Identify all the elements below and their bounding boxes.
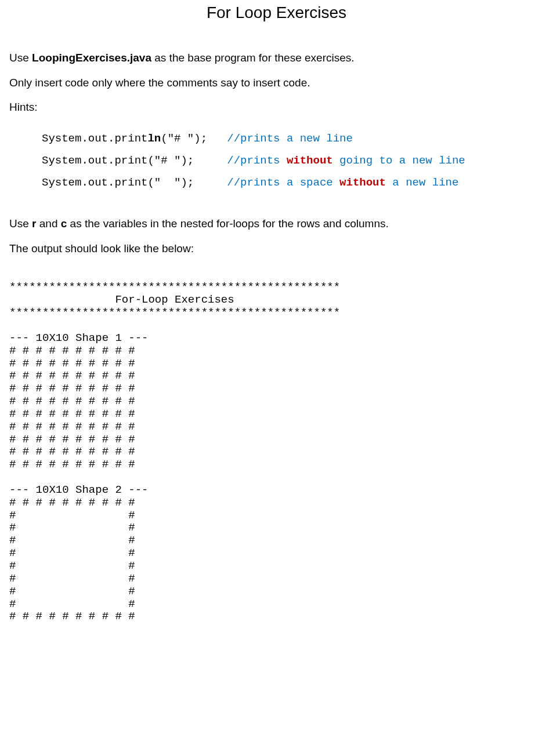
text-segment: Use xyxy=(9,52,32,64)
code-bold: ln xyxy=(147,132,161,145)
code-text: System.out.print xyxy=(42,132,147,145)
variables-paragraph: Use r and c as the variables in the nest… xyxy=(9,217,544,231)
output-block: ****************************************… xyxy=(9,281,544,623)
intro-paragraph-1: Use LoopingExercises.java as the base pr… xyxy=(9,51,544,66)
code-comment: //prints a new line xyxy=(227,132,353,145)
output-intro: The output should look like the below: xyxy=(9,242,544,256)
code-hints-block: System.out.println("# "); //prints a new… xyxy=(42,128,544,194)
code-comment: //prints a space xyxy=(227,176,339,189)
code-comment: going to a new line xyxy=(333,154,465,167)
code-text: System.out.print("# "); xyxy=(42,154,227,167)
code-comment: a new line xyxy=(386,176,458,189)
text-segment: Use xyxy=(9,217,32,230)
filename-bold: LoopingExercises.java xyxy=(32,52,151,64)
text-segment: as the base program for these exercises. xyxy=(151,52,355,64)
code-comment: //prints xyxy=(227,154,287,167)
intro-paragraph-2: Only insert code only where the comments… xyxy=(9,76,544,90)
page-title: For Loop Exercises xyxy=(9,3,544,22)
code-text: ("# "); xyxy=(161,132,227,145)
code-keyword: without xyxy=(287,154,333,167)
code-text: System.out.print(" "); xyxy=(42,176,227,189)
text-segment: as the variables in the nested for-loops… xyxy=(67,217,388,230)
var-c: c xyxy=(61,217,67,230)
code-keyword: without xyxy=(339,176,386,189)
hints-label: Hints: xyxy=(9,100,544,115)
text-segment: and xyxy=(36,217,60,230)
